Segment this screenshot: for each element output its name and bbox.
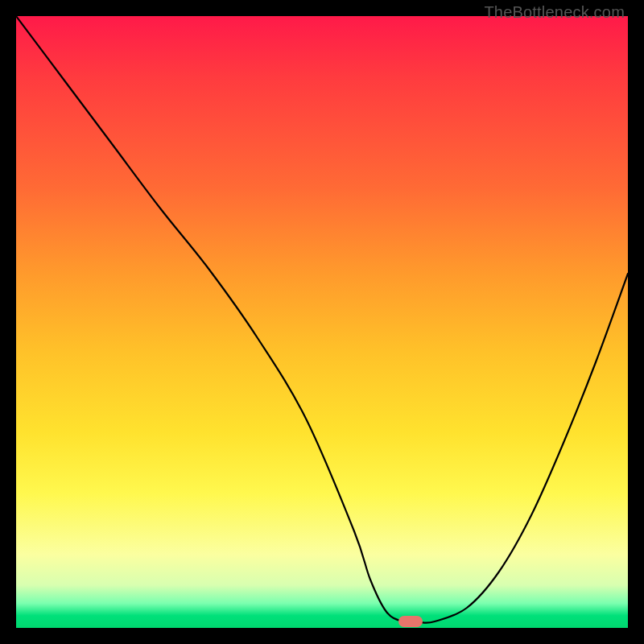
watermark-text: TheBottleneck.com [484,3,625,22]
curve-path [16,16,628,623]
bottleneck-curve [16,16,628,628]
plot-area [16,16,628,628]
optimum-marker [398,616,423,627]
chart-frame: TheBottleneck.com [0,0,644,644]
